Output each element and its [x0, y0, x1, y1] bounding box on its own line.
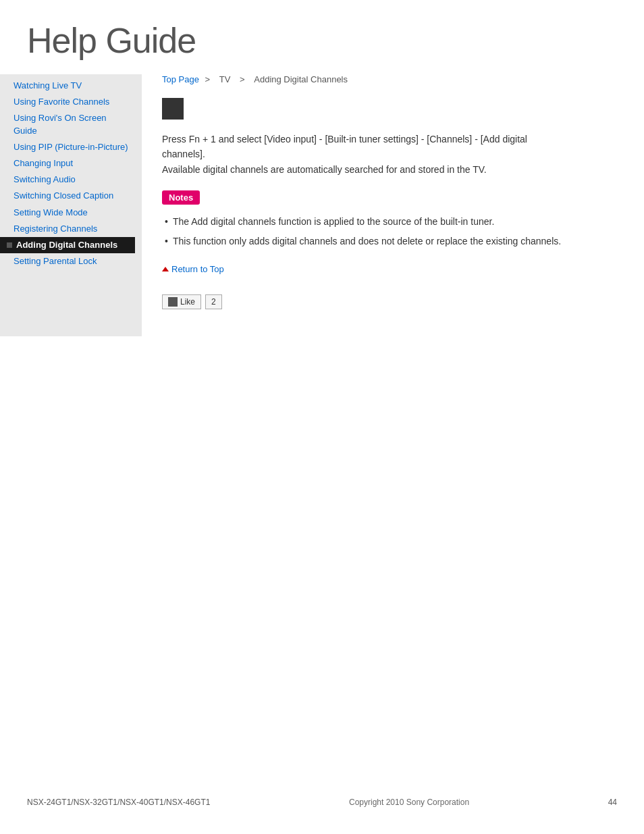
like-count: 2 — [205, 294, 222, 309]
breadcrumb-top-page[interactable]: Top Page — [162, 74, 199, 84]
breadcrumb-sep1: > — [205, 74, 211, 84]
list-item: The Add digital channels function is app… — [162, 214, 617, 229]
sidebar-item[interactable]: Setting Parental Lock — [0, 253, 135, 269]
sidebar-item[interactable]: Registering Channels — [0, 221, 135, 237]
sidebar-item-active[interactable]: Adding Digital Channels — [0, 237, 135, 253]
main-text-line1: Press Fn + 1 and select [Video input] - … — [162, 134, 527, 145]
page-icon — [162, 98, 184, 120]
main-layout: Watching Live TVUsing Favorite ChannelsU… — [0, 74, 644, 336]
like-button[interactable]: Like — [162, 294, 201, 309]
footer: NSX-24GT1/NSX-32GT1/NSX-40GT1/NSX-46GT1 … — [0, 798, 644, 807]
return-top-arrow-icon — [162, 267, 169, 271]
sidebar-item[interactable]: Setting Wide Mode — [0, 205, 135, 221]
sidebar-item[interactable]: Switching Audio — [0, 172, 135, 188]
return-to-top-link[interactable]: Return to Top — [162, 264, 224, 274]
breadcrumb-tv: TV — [219, 74, 231, 84]
sidebar-item[interactable]: Switching Closed Caption — [0, 188, 135, 204]
footer-copyright: Copyright 2010 Sony Corporation — [349, 798, 469, 807]
sidebar-item[interactable]: Using PIP (Picture-in-Picture) — [0, 139, 135, 155]
breadcrumb-sep2: > — [240, 74, 245, 84]
main-description: Press Fn + 1 and select [Video input] - … — [162, 132, 617, 177]
breadcrumb: Top Page > TV > Adding Digital Channels — [162, 74, 617, 84]
thumbs-up-icon — [168, 297, 178, 307]
like-area: Like 2 — [162, 294, 617, 309]
return-top-label: Return to Top — [171, 264, 224, 274]
page-header: Help Guide — [0, 0, 644, 74]
content-area: Top Page > TV > Adding Digital Channels … — [142, 74, 644, 336]
sidebar-item[interactable]: Changing Input — [0, 155, 135, 172]
footer-model: NSX-24GT1/NSX-32GT1/NSX-40GT1/NSX-46GT1 — [27, 798, 210, 807]
main-text-line3: Available digital channels are automatic… — [162, 164, 487, 175]
sidebar-item[interactable]: Using Rovi's On Screen Guide — [0, 110, 135, 138]
sidebar-item[interactable]: Using Favorite Channels — [0, 94, 135, 110]
like-label: Like — [180, 297, 195, 307]
notes-badge: Notes — [162, 190, 200, 205]
footer-page: 44 — [608, 798, 617, 807]
breadcrumb-current: Adding Digital Channels — [254, 74, 348, 84]
sidebar: Watching Live TVUsing Favorite ChannelsU… — [0, 74, 142, 336]
notes-list: The Add digital channels function is app… — [162, 214, 617, 249]
site-title: Help Guide — [27, 20, 617, 61]
main-text-line2: channels]. — [162, 149, 205, 159]
list-item: This function only adds digital channels… — [162, 234, 617, 249]
sidebar-item[interactable]: Watching Live TV — [0, 78, 135, 94]
